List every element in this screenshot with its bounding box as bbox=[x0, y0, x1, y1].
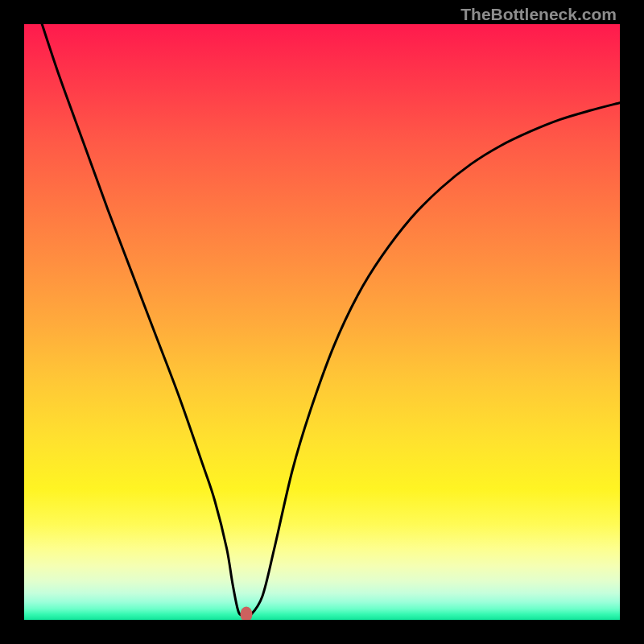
chart-frame: TheBottleneck.com bbox=[0, 0, 644, 644]
plot-area bbox=[24, 24, 620, 620]
watermark-text: TheBottleneck.com bbox=[460, 5, 617, 24]
bottleneck-curve bbox=[42, 24, 620, 617]
curve-layer bbox=[24, 24, 620, 620]
optimum-marker bbox=[241, 607, 253, 620]
